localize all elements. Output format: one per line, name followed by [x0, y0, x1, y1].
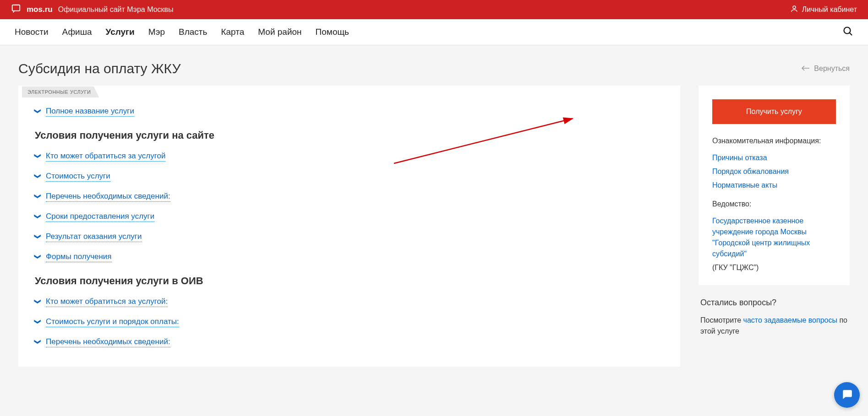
- chevron-down-icon: ❯: [34, 108, 42, 115]
- faq-prefix: Посмотрите: [700, 316, 743, 324]
- collapsible-label: Стоимость услуги: [46, 172, 110, 182]
- collapsible-cost-oiv[interactable]: ❯ Стоимость услуги и порядок оплаты:: [35, 317, 664, 327]
- link-appeal[interactable]: Порядок обжалования: [712, 166, 836, 177]
- main-panel: ЭЛЕКТРОННЫЕ УСЛУГИ ❯ Полное название усл…: [18, 86, 680, 367]
- chevron-down-icon: ❯: [34, 254, 42, 260]
- page-header: Субсидия на оплату ЖКУ Вернуться: [18, 61, 850, 76]
- logo-icon[interactable]: [11, 4, 21, 16]
- page: Субсидия на оплату ЖКУ Вернуться ЭЛЕКТРО…: [0, 45, 868, 367]
- navbar: Новости Афиша Услуги Мэр Власть Карта Мо…: [0, 19, 868, 45]
- account-link[interactable]: Личный кабинет: [790, 5, 857, 15]
- faq-heading: Остались вопросы?: [700, 298, 848, 308]
- site-tagline: Официальный сайт Мэра Москвы: [58, 5, 174, 14]
- back-label: Вернуться: [814, 65, 850, 73]
- get-service-button[interactable]: Получить услугу: [712, 99, 836, 124]
- chevron-down-icon: ❯: [34, 299, 42, 305]
- collapsible-cost-site[interactable]: ❯ Стоимость услуги: [35, 172, 664, 182]
- faq-block: Остались вопросы? Посмотрите часто задав…: [699, 298, 850, 337]
- collapsible-who-oiv[interactable]: ❯ Кто может обратиться за услугой:: [35, 297, 664, 307]
- collapsible-label: Сроки предоставления услуги: [46, 212, 154, 222]
- svg-point-1: [793, 6, 796, 9]
- side-card: Получить услугу Ознакомительная информац…: [699, 86, 850, 285]
- nav-item-gov[interactable]: Власть: [179, 27, 207, 37]
- tab-badge[interactable]: ЭЛЕКТРОННЫЕ УСЛУГИ: [22, 86, 99, 97]
- chevron-down-icon: ❯: [34, 234, 42, 240]
- nav-item-map[interactable]: Карта: [221, 27, 244, 37]
- chevron-down-icon: ❯: [34, 214, 42, 220]
- collapsible-docs-site[interactable]: ❯ Перечень необходимых сведений:: [35, 192, 664, 202]
- section-heading-site: Условия получения услуги на сайте: [35, 130, 664, 141]
- svg-line-3: [850, 33, 852, 36]
- arrow-left-icon: [801, 65, 810, 73]
- nav-item-mayor[interactable]: Мэр: [148, 27, 165, 37]
- collapsible-label: Полное название услуги: [46, 107, 134, 117]
- site-name[interactable]: mos.ru: [27, 5, 53, 14]
- link-refusal[interactable]: Причины отказа: [712, 152, 836, 163]
- info-heading: Ознакомительная информация:: [712, 137, 836, 145]
- collapsible-result-site[interactable]: ❯ Результат оказания услуги: [35, 232, 664, 242]
- chevron-down-icon: ❯: [34, 194, 42, 200]
- columns: ЭЛЕКТРОННЫЕ УСЛУГИ ❯ Полное название усл…: [18, 86, 850, 367]
- collapsible-label: Перечень необходимых сведений:: [46, 192, 170, 202]
- svg-point-2: [844, 27, 851, 34]
- section-heading-oiv: Условия получения услуги в ОИВ: [35, 275, 664, 287]
- topbar: mos.ru Официальный сайт Мэра Москвы Личн…: [0, 0, 868, 19]
- info-group: Ознакомительная информация: Причины отка…: [712, 137, 836, 191]
- agency-link[interactable]: Государственное казенное учреждение горо…: [712, 216, 836, 259]
- faq-link[interactable]: часто задаваемые вопросы: [743, 316, 837, 324]
- collapsible-label: Перечень необходимых сведений:: [46, 337, 170, 347]
- chevron-down-icon: ❯: [34, 153, 42, 160]
- section-top: ❯ Полное название услуги Условия получен…: [18, 107, 680, 347]
- collapsible-label: Формы получения: [46, 252, 112, 262]
- agency-group: Ведомство: Государственное казенное учре…: [712, 200, 836, 273]
- collapsible-who-site[interactable]: ❯ Кто может обратиться за услугой: [35, 151, 664, 162]
- chevron-down-icon: ❯: [34, 319, 42, 325]
- chevron-down-icon: ❯: [34, 339, 42, 346]
- chevron-down-icon: ❯: [34, 173, 42, 180]
- collapsible-timing-site[interactable]: ❯ Сроки предоставления услуги: [35, 212, 664, 222]
- page-title: Субсидия на оплату ЖКУ: [18, 61, 180, 76]
- nav-item-events[interactable]: Афиша: [62, 27, 92, 37]
- collapsible-label: Кто может обратиться за услугой: [46, 151, 165, 162]
- svg-rect-0: [12, 5, 20, 11]
- collapsible-label: Кто может обратиться за услугой:: [46, 297, 168, 307]
- collapsible-full-name[interactable]: ❯ Полное название услуги: [35, 107, 664, 117]
- nav-items: Новости Афиша Услуги Мэр Власть Карта Мо…: [15, 27, 349, 37]
- nav-item-help[interactable]: Помощь: [316, 27, 349, 37]
- back-link[interactable]: Вернуться: [801, 65, 850, 73]
- user-icon: [790, 5, 798, 15]
- collapsible-label: Стоимость услуги и порядок оплаты:: [46, 317, 179, 327]
- agency-heading: Ведомство:: [712, 200, 836, 208]
- search-icon[interactable]: [842, 26, 853, 38]
- side-panel: Получить услугу Ознакомительная информац…: [699, 86, 850, 367]
- nav-item-services[interactable]: Услуги: [106, 27, 135, 37]
- nav-item-district[interactable]: Мой район: [258, 27, 301, 37]
- collapsible-forms-site[interactable]: ❯ Формы получения: [35, 252, 664, 262]
- account-label: Личный кабинет: [802, 5, 857, 14]
- topbar-left: mos.ru Официальный сайт Мэра Москвы: [11, 4, 174, 16]
- nav-item-news[interactable]: Новости: [15, 27, 49, 37]
- collapsible-docs-oiv[interactable]: ❯ Перечень необходимых сведений:: [35, 337, 664, 347]
- agency-note: (ГКУ "ГЦЖС"): [712, 262, 836, 273]
- faq-text: Посмотрите часто задаваемые вопросы по э…: [700, 315, 848, 337]
- link-regulations[interactable]: Нормативные акты: [712, 180, 836, 191]
- collapsible-label: Результат оказания услуги: [46, 232, 142, 242]
